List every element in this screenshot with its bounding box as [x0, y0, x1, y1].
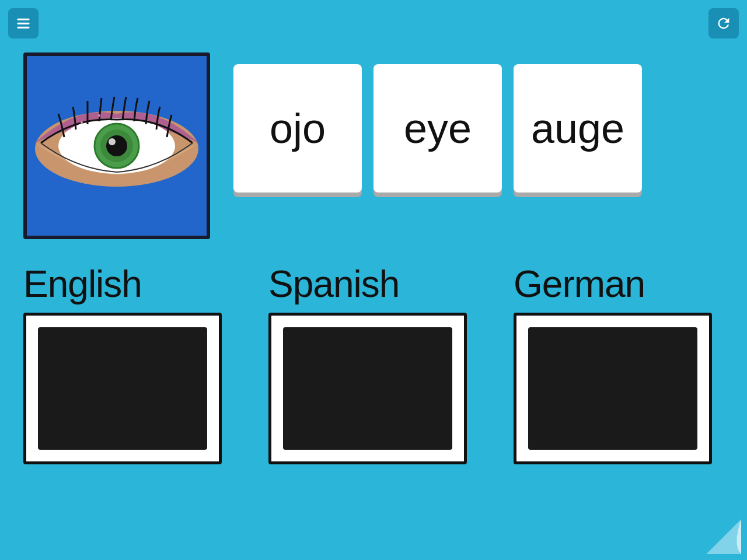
refresh-button[interactable]: [708, 8, 739, 38]
main-content: ojo eye auge English Spanish: [0, 47, 747, 560]
top-row: ojo eye auge: [23, 52, 724, 239]
english-column: English: [23, 262, 233, 464]
menu-button[interactable]: [8, 8, 39, 38]
svg-rect-1: [18, 23, 30, 24]
spanish-video-inner: [283, 327, 452, 450]
eye-svg: [29, 88, 204, 204]
refresh-icon: [715, 15, 732, 32]
word-tile-eye-text: eye: [404, 104, 472, 152]
spanish-video[interactable]: [268, 313, 467, 464]
german-video-inner: [528, 327, 697, 450]
english-video-inner: [38, 327, 207, 450]
menu-icon: [15, 15, 32, 32]
word-tile-ojo[interactable]: ojo: [233, 64, 362, 192]
german-label: German: [514, 262, 645, 306]
german-video[interactable]: [514, 313, 712, 464]
svg-point-13: [69, 129, 71, 131]
svg-point-11: [81, 121, 83, 124]
word-tile-ojo-text: ojo: [270, 104, 326, 152]
subject-image: [23, 52, 210, 239]
svg-point-9: [106, 135, 127, 156]
spanish-column: Spanish: [268, 262, 479, 464]
word-tile-auge[interactable]: auge: [514, 64, 642, 192]
svg-rect-0: [18, 19, 30, 20]
svg-rect-2: [18, 27, 30, 29]
eye-illustration: [27, 56, 207, 236]
spanish-label: Spanish: [268, 262, 399, 306]
word-tile-auge-text: auge: [531, 104, 624, 152]
word-tile-eye[interactable]: eye: [374, 64, 502, 192]
german-column: German: [514, 262, 724, 464]
word-tiles-container: ojo eye auge: [233, 52, 642, 192]
english-label: English: [23, 262, 142, 306]
svg-point-12: [98, 114, 100, 117]
corner-curl: [706, 519, 741, 554]
language-columns: English Spanish German: [23, 262, 724, 464]
english-video[interactable]: [23, 313, 222, 464]
svg-point-10: [109, 138, 116, 145]
